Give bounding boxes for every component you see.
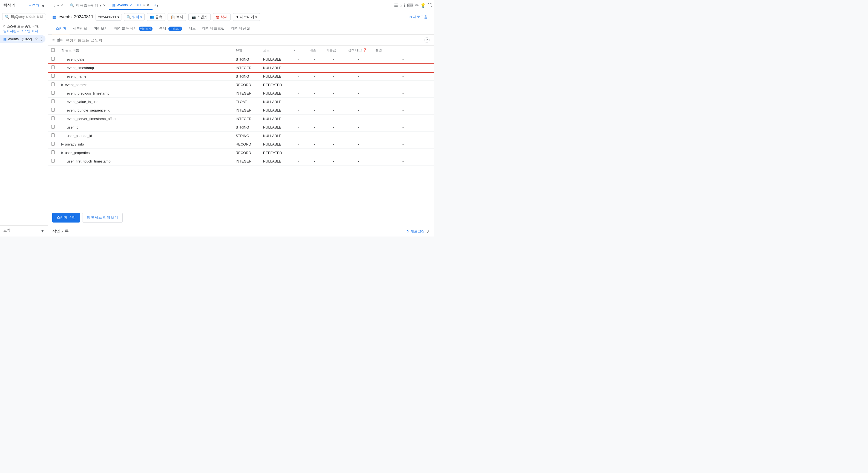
header-field-name: ⇅ 필드 이름: [58, 46, 232, 55]
row-checkbox[interactable]: [51, 74, 55, 78]
row-type-cell: RECORD: [232, 140, 260, 149]
schema-edit-button[interactable]: 스키마 수정: [52, 213, 80, 223]
sidebar-collapse-button[interactable]: ◀: [41, 3, 44, 8]
row-default-cell: -: [323, 81, 345, 89]
more-button[interactable]: ⋮: [39, 37, 43, 41]
filter-input[interactable]: [66, 38, 422, 42]
row-compare-cell: -: [306, 149, 323, 157]
home-close-icon[interactable]: ✕: [61, 4, 63, 7]
tab-events-dropdown[interactable]: ▾: [143, 3, 145, 7]
job-chevron-button[interactable]: ∧: [427, 229, 430, 234]
row-mode-cell: NULLABLE: [260, 55, 290, 64]
home-nav-icon[interactable]: ⌂: [400, 3, 402, 8]
policy-help-icon[interactable]: ❓: [363, 48, 367, 52]
list-view-icon[interactable]: ☰: [394, 3, 398, 8]
toolbar-date-button[interactable]: 2024-08-11 ▾: [96, 14, 122, 21]
row-default-cell: -: [323, 89, 345, 97]
expand-button[interactable]: ▶: [61, 142, 64, 146]
row-checkbox[interactable]: [51, 134, 55, 137]
tab-lineage[interactable]: 계보: [185, 23, 199, 34]
toolbar-share-button[interactable]: 👥 공유: [147, 13, 165, 21]
edit-icon[interactable]: ✏: [415, 3, 418, 8]
row-policy-cell: -: [345, 106, 372, 115]
row-checkbox[interactable]: [51, 83, 55, 86]
tab-data-profile[interactable]: 데이터 프로필: [199, 23, 228, 34]
toolbar-title-area: ▦ events_20240811: [52, 14, 93, 20]
row-checkbox[interactable]: [51, 116, 55, 120]
row-checkbox[interactable]: [51, 150, 55, 154]
sort-field-name[interactable]: ⇅ 필드 이름: [61, 48, 229, 53]
toolbar-refresh-button[interactable]: ↻ 새로고침: [407, 13, 430, 21]
export-chevron-icon: ▾: [255, 15, 257, 19]
tab-untitled-x[interactable]: ✕: [103, 4, 106, 7]
tab-untitled-close[interactable]: ▾: [100, 4, 101, 7]
row-checkbox[interactable]: [51, 108, 55, 112]
tab-untitled-label: 제목 없는쿼리: [76, 3, 98, 8]
row-desc-cell: -: [372, 64, 434, 72]
tab-events[interactable]: ▦ events_2... 811 ▾ ✕: [109, 1, 153, 10]
job-refresh-icon: ↻: [406, 229, 409, 234]
header-mode: 모드: [260, 46, 290, 55]
tab-details[interactable]: 세부정보: [69, 23, 90, 34]
row-key-cell: -: [290, 149, 306, 157]
info-icon[interactable]: ℹ: [404, 3, 405, 8]
bulb-icon[interactable]: 💡: [420, 3, 426, 8]
tab-schema[interactable]: 스키마: [52, 23, 69, 34]
toolbar-snapshot-button[interactable]: 📷 스냅샷: [188, 13, 211, 21]
filter-help-icon[interactable]: ?: [424, 37, 430, 43]
row-type-cell: RECORD: [232, 149, 260, 157]
tab-table-explorer[interactable]: 테이블 탐색기 미리보기: [111, 23, 156, 34]
tab-more-button[interactable]: ▾: [157, 3, 159, 8]
sidebar-filter-link[interactable]: 별표시된 리소스만 표시: [3, 29, 38, 33]
fullscreen-icon[interactable]: ⛶: [427, 3, 432, 8]
toolbar-copy-button[interactable]: 📋 복사: [167, 13, 186, 21]
home-tab-close[interactable]: ▾: [57, 4, 59, 7]
tab-add-button[interactable]: +: [154, 2, 157, 8]
summary-chevron-button[interactable]: ▼: [40, 229, 44, 233]
sidebar-add-button[interactable]: + 추가: [29, 3, 39, 8]
expand-button[interactable]: ▶: [61, 151, 64, 154]
row-desc-cell: -: [372, 149, 434, 157]
summary-header[interactable]: 요약 ▼: [3, 228, 44, 234]
share-icon: 👥: [150, 15, 154, 19]
sidebar-actions: + 추가 ◀: [29, 3, 44, 8]
row-checkbox-cell: [48, 64, 58, 72]
row-checkbox[interactable]: [51, 159, 55, 162]
tab-table-explorer-badge: 미리보기: [139, 27, 153, 31]
row-checkbox[interactable]: [51, 142, 55, 146]
row-checkbox[interactable]: [51, 65, 55, 69]
row-mode-cell: NULLABLE: [260, 64, 290, 72]
row-name-cell: event_timestamp: [58, 64, 232, 72]
row-desc-cell: -: [372, 115, 434, 123]
row-checkbox-cell: [48, 81, 58, 89]
bottom-actions: 스키마 수정 행 액세스 정책 보기: [48, 209, 434, 226]
tab-data-quality[interactable]: 데이터 품질: [228, 23, 253, 34]
toolbar-query-button[interactable]: 🔍 쿼리 ▾: [124, 13, 145, 21]
tab-stats[interactable]: 통계 미리보기: [156, 23, 185, 34]
row-key-cell: -: [290, 55, 306, 64]
toolbar-delete-button[interactable]: 🗑 삭제: [213, 13, 230, 21]
star-button[interactable]: ☆: [35, 37, 38, 41]
row-checkbox[interactable]: [51, 99, 55, 103]
row-checkbox[interactable]: [51, 91, 55, 94]
row-checkbox[interactable]: [51, 57, 55, 61]
tab-events-close[interactable]: ✕: [147, 3, 149, 7]
row-policy-cell: -: [345, 81, 372, 89]
date-chevron-icon: ▾: [118, 15, 119, 19]
policy-view-button[interactable]: 행 액세스 정책 보기: [82, 213, 123, 223]
tab-untitled-query[interactable]: 🔍 제목 없는쿼리 ▾ ✕: [66, 1, 109, 10]
toolbar-export-button[interactable]: ⬆ 내보내기 ▾: [233, 13, 260, 21]
filter-label: 필터: [57, 37, 64, 42]
tab-home[interactable]: ⌂ ▾ ✕: [50, 1, 66, 9]
expand-button[interactable]: ▶: [61, 83, 64, 87]
sidebar-item-events[interactable]: ▦ events_ (1022) ☆ ⋮: [0, 35, 45, 43]
row-compare-cell: -: [306, 140, 323, 149]
job-refresh-button[interactable]: ↻ 새로고침: [406, 229, 425, 234]
tab-preview[interactable]: 미리보기: [90, 23, 111, 34]
row-checkbox[interactable]: [51, 125, 55, 128]
job-history-label: 작업 기록: [52, 229, 69, 234]
select-all-checkbox[interactable]: [51, 48, 55, 52]
refresh-label: 새로고침: [413, 14, 427, 20]
keyboard-icon[interactable]: ⌨: [407, 3, 413, 8]
search-input[interactable]: [11, 15, 52, 19]
